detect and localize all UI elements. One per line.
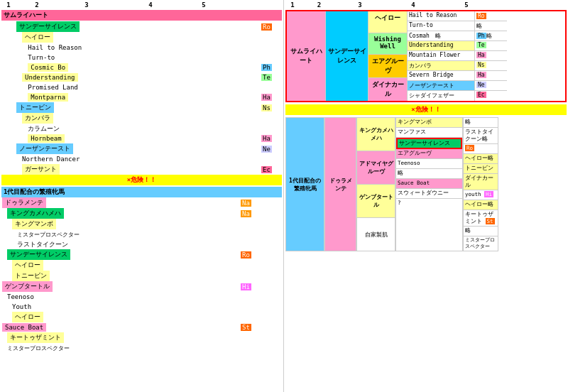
- table-row: Northern Dancer: [1, 154, 282, 164]
- top-right-section: サムライハート サンデーサイレンス ヘイロー Wishing Well エアグル…: [285, 10, 567, 102]
- right-col3: ヘイロー Wishing Well エアグルーヴ ダイナカール: [368, 11, 408, 101]
- table-row: Understanding Te: [1, 72, 282, 82]
- right-col5: Ro 略 Ph略 Te Ha Ns Ha Ne Ec: [475, 11, 507, 101]
- table-row: トニービン Ns: [1, 102, 282, 113]
- table-row: ヘイロー: [1, 312, 282, 322]
- table-row: キングマンボ: [1, 219, 282, 229]
- table-row: ガーサント Ec: [1, 164, 282, 175]
- right-panel: 1 2 3 4 5 サムライハート サンデーサイレンス ヘイロー Wishing…: [284, 0, 568, 392]
- table-row: Montparna Ha: [1, 92, 282, 102]
- right-col2-label: サンデーサイレンス: [326, 11, 368, 101]
- table-row: ドゥラメンテ Na: [1, 197, 282, 208]
- left-tree-table: サンデーサイレンス Ro ヘイロー Hail to Reason: [1, 21, 282, 175]
- right-col1-label: サムライハート: [287, 11, 326, 101]
- table-row: Youth: [1, 302, 282, 312]
- bottom-col3: キングカメハメハ アドマイヤグルーヴ ゲンブタートル 自家製肌: [356, 117, 395, 251]
- table-row: Promised Land: [1, 82, 282, 92]
- table-row: ラストタイクーン: [1, 239, 282, 249]
- warning-left: ×危険！！: [1, 175, 282, 185]
- table-row: Teenoso: [1, 292, 282, 302]
- bottom-right-section: 1代目配合の繁殖牝馬 ドゥラメンテ キングカメハメハ アドマイヤグルーヴ ゲンブ…: [285, 117, 567, 251]
- left-tree-table2: ドゥラメンテ Na キングカメハメハ Na キングマンボ ミスタープ: [1, 197, 282, 353]
- table-row: カンバラ: [1, 113, 282, 124]
- table-row: キートゥザミント: [1, 332, 282, 343]
- table-row: トニービン: [1, 271, 282, 281]
- warning-right-top: ×危険！！: [285, 104, 567, 115]
- table-row: ゲンブタートル Hi: [1, 281, 282, 292]
- table-row: サンデーサイレンス Ro: [1, 21, 282, 32]
- col-h4: 4: [115, 1, 186, 9]
- table-row: サンデーサイレンス Ro: [1, 249, 282, 260]
- table-row: ヘイロー: [1, 260, 282, 271]
- col-h3: 3: [58, 1, 115, 9]
- table-row: ノーザンテースト Ne: [1, 143, 282, 154]
- right-col4: Hail to Reason Turn-to Cosmah 略 Understa…: [408, 11, 475, 101]
- bottom-col4: キングマンボ マンファス サンデーサイレンス エアグルーヴ Teenoso 略 …: [395, 117, 463, 251]
- section2-title: 1代目配合の繁殖牝馬: [1, 187, 282, 197]
- table-row: Cosmic Bo Ph: [1, 62, 282, 72]
- main-container: 1 2 3 4 5 サムライハート サンデーサイレンス Ro ヘイロー: [0, 0, 568, 392]
- table-row: Hail to Reason: [1, 43, 282, 53]
- col-h5: 5: [186, 1, 222, 9]
- table-row: キングカメハメハ Na: [1, 208, 282, 219]
- bottom-col2-label: ドゥラメンテ: [324, 117, 356, 251]
- table-row: ヘイロー: [1, 32, 282, 43]
- bottom-col5: 略 ラストタイクーン略 Ro ヘイロー略 トニービン ダイナカール youth …: [463, 117, 498, 251]
- right-col-headers: 1 2 3 4 5: [285, 1, 567, 9]
- col-h2: 2: [16, 1, 58, 9]
- table-row: Sauce Boat St: [1, 322, 282, 332]
- left-col-headers: 1 2 3 4 5: [1, 1, 282, 9]
- table-row: ミスタープロスペクター: [1, 343, 282, 353]
- table-row: Turn-to: [1, 53, 282, 62]
- table-row: ミスタープロスペクター: [1, 229, 282, 239]
- col-h1: 1: [1, 1, 16, 9]
- table-row: カラムーン: [1, 124, 282, 134]
- left-panel: 1 2 3 4 5 サムライハート サンデーサイレンス Ro ヘイロー: [0, 0, 284, 392]
- bottom-col1-label: 1代目配合の繁殖牝馬: [285, 117, 324, 251]
- section1-title: サムライハート: [1, 10, 282, 21]
- table-row: Hornbeam Ha: [1, 134, 282, 143]
